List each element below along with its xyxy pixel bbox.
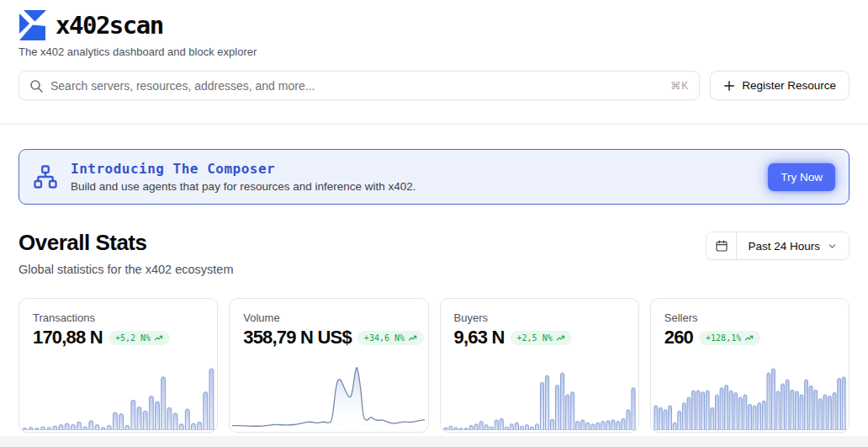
header: x402scan The x402 analytics dashboard an…: [0, 0, 868, 125]
section-title: Overall Stats: [19, 230, 233, 256]
sparkline-chart-sellers: [654, 358, 846, 430]
banner-title: Introducing The Composer: [71, 161, 755, 177]
stat-card-value: 9,63 N: [454, 327, 505, 349]
x402scan-logo-icon: [19, 10, 47, 40]
section-subtitle: Global statistics for the x402 ecosystem: [19, 263, 233, 276]
stat-card-label: Sellers: [664, 311, 835, 324]
change-badge: +2,5 N%: [511, 331, 572, 345]
search-input[interactable]: [50, 79, 663, 93]
stat-card-label: Transactions: [33, 311, 204, 324]
trending-up-icon: [556, 333, 565, 343]
stat-card-transactions: Transactions 170,88 N +5,2 N%: [19, 298, 218, 433]
time-range-control: Past 24 Hours: [706, 231, 849, 260]
register-resource-label: Register Resource: [742, 79, 836, 92]
page: x402scan The x402 analytics dashboard an…: [0, 0, 868, 447]
trending-up-icon: [154, 333, 163, 343]
change-badge-text: +5,2 N%: [115, 333, 151, 343]
calendar-icon: [715, 239, 728, 253]
app-subtitle: The x402 analytics dashboard and block e…: [19, 45, 849, 58]
register-resource-button[interactable]: Register Resource: [710, 71, 849, 100]
stats-header-text: Overall Stats Global statistics for the …: [19, 230, 233, 276]
stat-card-label: Volume: [243, 311, 414, 324]
stat-card-value: 358,79 N US$: [243, 327, 352, 349]
banner-subtitle: Build and use agents that pay for resour…: [71, 180, 755, 193]
time-range-dropdown[interactable]: Past 24 Hours: [737, 232, 849, 259]
network-icon: [33, 164, 58, 189]
sparkline-chart-volume: [232, 358, 425, 430]
sparkline-chart-transactions: [22, 358, 214, 430]
stat-card-volume: Volume 358,79 N US$ +34,6 N%: [229, 298, 428, 433]
change-badge: +34,6 N%: [357, 331, 424, 345]
stats-header: Overall Stats Global statistics for the …: [19, 230, 849, 276]
change-badge: +5,2 N%: [108, 331, 170, 345]
change-badge-text: +2,5 N%: [517, 333, 553, 343]
stat-card-value: 170,88 N: [33, 327, 103, 349]
stat-card-value: 260: [664, 327, 693, 349]
banner-text: Introducing The Composer Build and use a…: [71, 161, 755, 193]
try-now-button[interactable]: Try Now: [768, 163, 835, 191]
stat-card-label: Buyers: [454, 311, 625, 324]
trending-up-icon: [744, 333, 754, 343]
search-icon: [29, 79, 43, 93]
stat-cards-row: Transactions 170,88 N +5,2 N% Volume 358…: [19, 298, 849, 433]
stat-card-buyers: Buyers 9,63 N +2,5 N%: [440, 298, 639, 433]
calendar-button[interactable]: [707, 232, 737, 259]
search-row: ⌘K Register Resource: [19, 71, 849, 100]
logo-home-link[interactable]: x402scan: [19, 10, 163, 40]
search-input-container[interactable]: ⌘K: [19, 71, 700, 100]
sparkline-chart-buyers: [443, 358, 636, 430]
change-badge-text: +128,1%: [706, 333, 741, 343]
change-badge: +128,1%: [699, 331, 760, 345]
composer-banner: Introducing The Composer Build and use a…: [19, 149, 849, 205]
chevron-down-icon: [827, 241, 838, 252]
search-shortcut: ⌘K: [670, 80, 689, 92]
plus-icon: [723, 80, 735, 92]
stat-card-sellers: Sellers 260 +128,1%: [650, 298, 849, 433]
next-section-edge: [0, 436, 868, 447]
app-title: x402scan: [56, 11, 163, 40]
change-badge-text: +34,6 N%: [364, 333, 405, 343]
trending-up-icon: [408, 333, 417, 343]
time-range-label: Past 24 Hours: [748, 240, 820, 253]
